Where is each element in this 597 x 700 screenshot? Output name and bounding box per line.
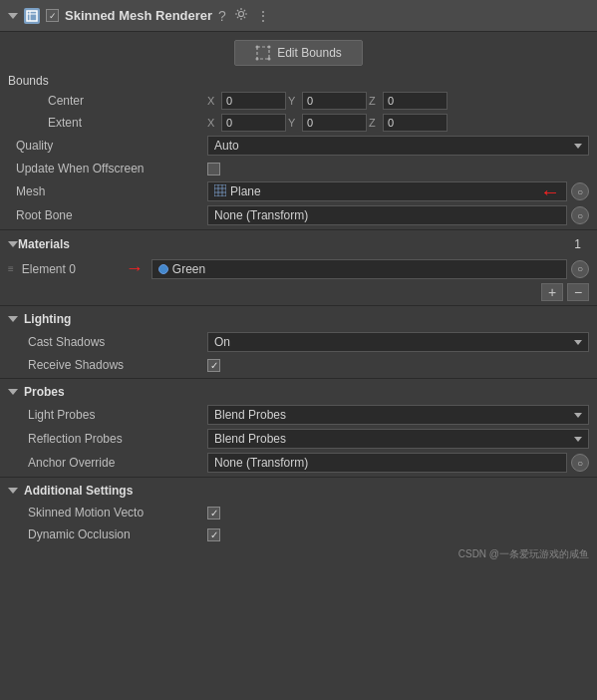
center-y-input[interactable] (302, 92, 367, 110)
cast-shadows-dropdown-arrow-icon (574, 340, 582, 345)
quality-dropdown[interactable]: Auto (207, 136, 589, 156)
mesh-red-arrow-annotation: ← (540, 180, 560, 203)
component-title: Skinned Mesh Renderer (65, 8, 212, 23)
panel: Skinned Mesh Renderer ? ⋮ Edit Bounds Bo… (0, 0, 597, 565)
dynamic-occlusion-value: ✓ (207, 528, 589, 541)
watermark-container: CSDN @一条爱玩游戏的咸鱼 (0, 545, 597, 565)
svg-rect-4 (257, 47, 269, 59)
reflection-probes-dropdown[interactable]: Blend Probes (207, 429, 589, 449)
divider-2 (0, 305, 597, 306)
component-enabled-checkbox[interactable] (46, 9, 59, 22)
receive-shadows-checkbox[interactable]: ✓ (207, 359, 220, 372)
mesh-field[interactable]: Plane ← (207, 181, 567, 201)
root-bone-label: Root Bone (8, 208, 207, 222)
anchor-override-value: None (Transform) ○ (207, 453, 589, 473)
add-material-button[interactable]: + (541, 283, 563, 301)
material-dot-icon (158, 264, 168, 274)
root-bone-field[interactable]: None (Transform) (207, 205, 567, 225)
additional-settings-section-header[interactable]: Additional Settings (0, 480, 597, 502)
anchor-override-label: Anchor Override (8, 456, 207, 470)
skinned-motion-vector-checkbox[interactable]: ✓ (207, 507, 220, 520)
header-left: Skinned Mesh Renderer (8, 8, 212, 24)
root-bone-value-text: None (Transform) (214, 208, 308, 222)
reflection-probes-row: Reflection Probes Blend Probes (0, 427, 597, 451)
extent-row: Extent X Y Z (0, 112, 597, 134)
add-remove-row: + − (0, 281, 597, 303)
more-options-button[interactable]: ⋮ (256, 8, 270, 24)
divider-1 (0, 229, 597, 230)
divider-4 (0, 477, 597, 478)
center-z-input[interactable] (383, 92, 448, 110)
extent-xyz: X Y Z (207, 114, 589, 132)
z-label-center: Z (369, 95, 381, 107)
update-when-offscreen-checkbox[interactable] (207, 163, 220, 175)
dynamic-occlusion-label: Dynamic Occlusion (8, 527, 207, 541)
dynamic-occlusion-checkbox[interactable]: ✓ (207, 528, 220, 541)
anchor-override-field[interactable]: None (Transform) (207, 453, 567, 473)
extent-value: X Y Z (207, 114, 589, 132)
svg-point-5 (256, 46, 259, 49)
mesh-value-text: Plane (230, 184, 261, 198)
help-button[interactable]: ? (218, 8, 226, 24)
update-when-offscreen-label: Update When Offscreen (8, 162, 207, 175)
material-value-text: Green (172, 262, 205, 276)
materials-count: 1 (574, 237, 581, 251)
mesh-grid-icon (214, 184, 226, 198)
quality-row: Quality Auto (0, 134, 597, 158)
light-probes-dropdown[interactable]: Blend Probes (207, 405, 589, 425)
skinned-motion-vector-value: ✓ (207, 507, 589, 520)
collapse-arrow-icon[interactable] (8, 13, 18, 19)
divider-3 (0, 378, 597, 379)
materials-section-header: Materials 1 (0, 232, 597, 256)
materials-collapse-icon[interactable] (8, 241, 18, 247)
probes-section-header[interactable]: Probes (0, 381, 597, 403)
settings-button[interactable] (234, 7, 248, 24)
mesh-value-container: Plane ← ○ (207, 181, 589, 201)
root-bone-select-button[interactable]: ○ (571, 206, 589, 224)
additional-settings-label: Additional Settings (24, 484, 133, 498)
component-icon (24, 8, 40, 24)
quality-dropdown-arrow-icon (574, 144, 582, 149)
update-when-offscreen-row: Update When Offscreen (0, 158, 597, 179)
drag-handle-icon[interactable]: ≡ (8, 263, 14, 274)
quality-label: Quality (8, 139, 207, 153)
extent-x-input[interactable] (221, 114, 286, 132)
lighting-label: Lighting (24, 312, 71, 326)
bounds-label: Bounds (0, 72, 597, 90)
center-label: Center (8, 94, 207, 108)
edit-bounds-button[interactable]: Edit Bounds (234, 40, 363, 66)
reflection-probes-value: Blend Probes (207, 429, 589, 449)
quality-value: Auto (207, 136, 589, 156)
additional-settings-collapse-icon (8, 488, 18, 494)
quality-dropdown-value: Auto (214, 139, 239, 153)
edit-bounds-row: Edit Bounds (0, 32, 597, 72)
material-field[interactable]: Green (151, 259, 567, 279)
svg-rect-9 (214, 184, 226, 196)
x-label-center: X (207, 95, 219, 107)
cast-shadows-dropdown[interactable]: On (207, 332, 589, 352)
remove-material-button[interactable]: − (567, 283, 589, 301)
y-label-center: Y (288, 95, 300, 107)
mesh-row: Mesh Plane ← ○ (0, 179, 597, 203)
reflection-probes-dropdown-arrow-icon (574, 437, 582, 442)
anchor-override-value-text: None (Transform) (214, 456, 308, 470)
element-label: Element 0 (22, 262, 122, 276)
lighting-section-header[interactable]: Lighting (0, 308, 597, 330)
x-label-extent: X (207, 117, 219, 129)
mesh-select-button[interactable]: ○ (571, 182, 589, 200)
extent-z-input[interactable] (383, 114, 448, 132)
light-probes-dropdown-value: Blend Probes (214, 408, 286, 422)
receive-shadows-row: Receive Shadows ✓ (0, 354, 597, 376)
reflection-probes-dropdown-value: Blend Probes (214, 432, 286, 446)
anchor-override-select-button[interactable]: ○ (571, 454, 589, 472)
element-red-arrow-annotation: → (126, 258, 144, 279)
z-label-extent: Z (369, 117, 381, 129)
center-x-input[interactable] (221, 92, 286, 110)
material-select-button[interactable]: ○ (571, 260, 589, 278)
extent-y-input[interactable] (302, 114, 367, 132)
svg-point-7 (256, 58, 259, 61)
probes-collapse-icon (8, 389, 18, 395)
skinned-motion-vector-row: Skinned Motion Vecto ✓ (0, 502, 597, 524)
center-xyz: X Y Z (207, 92, 589, 110)
material-element-row: ≡ Element 0 → Green ○ (0, 256, 597, 281)
